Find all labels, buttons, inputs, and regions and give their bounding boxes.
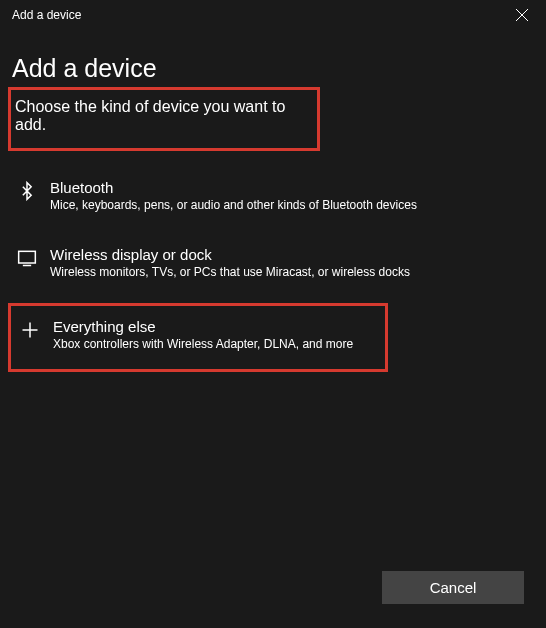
close-icon (516, 9, 528, 21)
window-title: Add a device (12, 8, 81, 22)
footer: Cancel (382, 571, 524, 604)
option-text: Everything else Xbox controllers with Wi… (45, 318, 353, 351)
plus-icon (15, 318, 45, 340)
option-bluetooth[interactable]: Bluetooth Mice, keyboards, pens, or audi… (12, 169, 534, 224)
cancel-button[interactable]: Cancel (382, 571, 524, 604)
option-text: Wireless display or dock Wireless monito… (42, 246, 410, 279)
subheading-highlight: Choose the kind of device you want to ad… (8, 87, 320, 151)
svg-rect-2 (19, 251, 36, 263)
close-button[interactable] (506, 1, 538, 29)
option-title: Wireless display or dock (50, 246, 410, 263)
bluetooth-icon (12, 179, 42, 201)
option-desc: Xbox controllers with Wireless Adapter, … (53, 337, 353, 351)
monitor-icon (12, 246, 42, 268)
option-title: Bluetooth (50, 179, 417, 196)
option-desc: Mice, keyboards, pens, or audio and othe… (50, 198, 417, 212)
option-desc: Wireless monitors, TVs, or PCs that use … (50, 265, 410, 279)
option-everything-else[interactable]: Everything else Xbox controllers with Wi… (8, 303, 388, 372)
option-wireless-display[interactable]: Wireless display or dock Wireless monito… (12, 236, 534, 291)
page-subtitle: Choose the kind of device you want to ad… (11, 98, 313, 134)
page-title: Add a device (12, 54, 534, 83)
content-area: Add a device Choose the kind of device y… (0, 30, 546, 372)
option-title: Everything else (53, 318, 353, 335)
titlebar: Add a device (0, 0, 546, 30)
option-text: Bluetooth Mice, keyboards, pens, or audi… (42, 179, 417, 212)
